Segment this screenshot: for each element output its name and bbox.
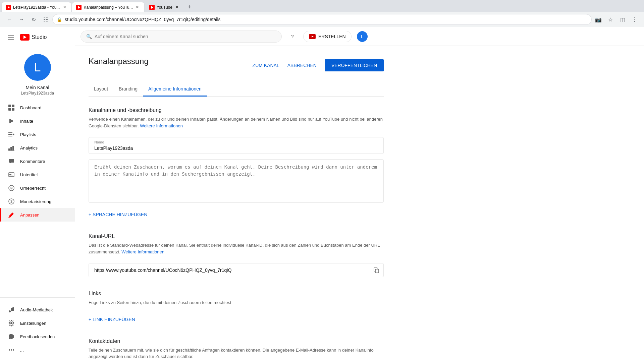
- url-field-wrap: [89, 263, 384, 277]
- svg-rect-10: [12, 108, 14, 111]
- sidebar-label-urheberrecht: Urheberrecht: [20, 186, 46, 191]
- svg-rect-16: [8, 148, 10, 150]
- create-label: ERSTELLEN: [318, 34, 346, 39]
- section-kontaktdaten: Kontaktdaten Teile deinen Zuschauern mit…: [89, 338, 384, 362]
- tab-close-2[interactable]: ✕: [135, 5, 140, 10]
- sidebar-item-untertitel[interactable]: Untertitel: [0, 168, 75, 181]
- kanalname-link[interactable]: Weitere Informationen: [140, 123, 183, 128]
- svg-marker-6: [23, 36, 26, 39]
- yt-studio-logo: Studio: [20, 34, 47, 41]
- nav-bar: ← → ↻ ☷ 🔒 studio.youtube.com/channel/UCo…: [0, 12, 644, 27]
- channel-avatar[interactable]: L: [24, 54, 51, 81]
- sidebar-label-more: ...: [20, 348, 24, 353]
- sidebar-label-anpassen: Anpassen: [20, 213, 40, 218]
- sidebar-nav: Dashboard Inhalte Playlists Analytics: [0, 101, 75, 297]
- tab-close-3[interactable]: ✕: [174, 5, 180, 10]
- sidebar-item-monetarisierung[interactable]: $ Monetarisierung: [0, 195, 75, 208]
- svg-rect-22: [9, 176, 13, 176]
- chart-icon: [8, 144, 15, 151]
- create-button[interactable]: ▶ ERSTELLEN: [303, 31, 352, 42]
- svg-text:©: ©: [10, 186, 13, 190]
- zum-kanal-button[interactable]: ZUM KANAL: [253, 63, 279, 68]
- kanal-url-title: Kanal-URL: [89, 233, 384, 239]
- back-button[interactable]: ←: [4, 14, 15, 25]
- abbrechen-button[interactable]: ABBRECHEN: [287, 63, 317, 68]
- svg-marker-15: [13, 133, 14, 135]
- sidebar-label-kommentare: Kommentare: [20, 159, 45, 164]
- top-bar: 🔍 ? ▶ ERSTELLEN L: [75, 27, 644, 46]
- browser-tab-1[interactable]: LetsPlay1923asda - You... ✕: [1, 2, 71, 12]
- links-title: Links: [89, 291, 384, 297]
- tab-favicon-1: [6, 5, 11, 10]
- tab-close-1[interactable]: ✕: [62, 5, 67, 10]
- sidebar-item-kommentare[interactable]: Kommentare: [0, 155, 75, 168]
- kanal-url-link[interactable]: Weitere Informationen: [121, 249, 164, 254]
- forward-button[interactable]: →: [16, 14, 27, 25]
- sidebar-item-einstellungen[interactable]: Einstellungen: [0, 316, 75, 330]
- links-desc: Füge Links zu Seiten hinzu, die du mit d…: [89, 299, 384, 306]
- svg-rect-5: [8, 39, 14, 40]
- tab-layout[interactable]: Layout: [89, 82, 113, 97]
- tab-branding[interactable]: Branding: [113, 82, 143, 97]
- channel-handle: LetsPlay1923asda: [21, 91, 54, 96]
- name-input[interactable]: [94, 145, 378, 151]
- hamburger-menu[interactable]: [5, 32, 16, 43]
- svg-text:$: $: [10, 200, 12, 203]
- sidebar-item-feedback[interactable]: Feedback senden: [0, 330, 75, 343]
- browser-tab-3[interactable]: YouTube ✕: [145, 2, 184, 12]
- browser-tab-2[interactable]: Kanalanpassung – YouTu... ✕: [72, 2, 144, 12]
- svg-rect-18: [12, 146, 14, 150]
- svg-point-30: [11, 349, 12, 351]
- content-area: Kanalanpassung ZUM KANAL ABBRECHEN VERÖF…: [75, 46, 397, 362]
- search-input[interactable]: [95, 34, 276, 39]
- studio-label: Studio: [32, 34, 47, 40]
- help-button[interactable]: ?: [287, 31, 298, 42]
- svg-rect-12: [8, 132, 12, 133]
- tab-favicon-3: [149, 5, 155, 10]
- sidebar-item-analytics[interactable]: Analytics: [0, 141, 75, 155]
- sidebar-item-playlists[interactable]: Playlists: [0, 128, 75, 141]
- sidebar-item-inhalte[interactable]: Inhalte: [0, 114, 75, 128]
- channel-info: L Mein Kanal LetsPlay1923asda: [0, 47, 75, 101]
- user-avatar[interactable]: L: [357, 31, 368, 42]
- veroeffentlichen-button[interactable]: VERÖFFENTLICHEN: [325, 59, 384, 71]
- app: Studio L Mein Kanal LetsPlay1923asda Das…: [0, 27, 644, 362]
- sidebar-item-dashboard[interactable]: Dashboard: [0, 101, 75, 114]
- settings-dots-btn[interactable]: ⋮: [629, 14, 640, 25]
- extensions-btn[interactable]: ◫: [617, 14, 628, 25]
- svg-point-29: [9, 349, 10, 351]
- search-bar[interactable]: 🔍: [80, 31, 282, 43]
- sidebar-label-analytics: Analytics: [20, 145, 38, 150]
- bookmark-btn[interactable]: ☆: [605, 14, 616, 25]
- name-input-wrapper: Name: [89, 137, 384, 154]
- create-flag: ▶: [309, 34, 316, 39]
- svg-rect-4: [8, 37, 14, 38]
- kanalname-title: Kanalname und -beschreibung: [89, 107, 384, 113]
- svg-marker-1: [78, 6, 80, 9]
- new-tab-button[interactable]: +: [184, 2, 195, 12]
- add-language-button[interactable]: + SPRACHE HINZUFÜGEN: [89, 209, 147, 220]
- refresh-button[interactable]: ↻: [28, 14, 39, 25]
- sidebar-label-audio: Audio-Mediathek: [20, 307, 53, 312]
- sidebar-item-anpassen[interactable]: Anpassen: [0, 208, 75, 222]
- browser-chrome: LetsPlay1923asda - You... ✕ Kanalanpassu…: [0, 0, 644, 27]
- section-kanal-url: Kanal-URL Das ist die Standard-Webadress…: [89, 233, 384, 277]
- tab-allgemeine[interactable]: Allgemeine Informationen: [143, 82, 207, 97]
- sidebar-item-urheberrecht[interactable]: © Urheberrecht: [0, 181, 75, 195]
- add-link-button[interactable]: + LINK HINZUFÜGEN: [89, 314, 135, 325]
- home-button[interactable]: ☷: [40, 14, 51, 25]
- main-content: Kanalanpassung ZUM KANAL ABBRECHEN VERÖF…: [75, 46, 644, 362]
- page-title: Kanalanpassung: [89, 57, 149, 66]
- url-input[interactable]: [89, 263, 369, 277]
- sidebar-item-more[interactable]: ...: [0, 343, 75, 357]
- tab-title-1: LetsPlay1923asda - You...: [13, 5, 60, 10]
- comment-icon: [8, 158, 15, 165]
- address-bar[interactable]: 🔒 studio.youtube.com/channel/UCocN6zQPHQ…: [52, 14, 592, 25]
- copy-url-button[interactable]: [369, 264, 383, 277]
- svg-rect-7: [8, 105, 11, 107]
- settings-icon: [8, 320, 15, 326]
- description-input[interactable]: [89, 159, 384, 203]
- profile-btn[interactable]: 📷: [593, 14, 604, 25]
- sidebar-item-audio[interactable]: Audio-Mediathek: [0, 303, 75, 316]
- list-icon: [8, 131, 15, 138]
